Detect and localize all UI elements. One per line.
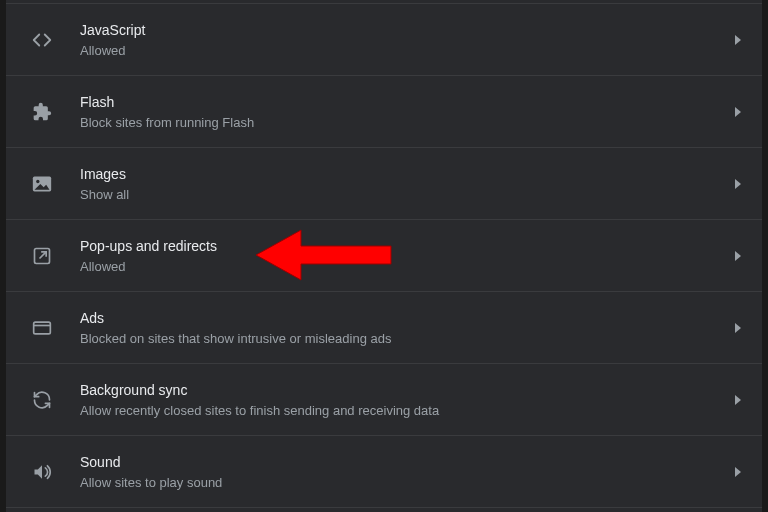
row-subtitle: Show all xyxy=(80,186,734,204)
svg-marker-13 xyxy=(735,467,741,477)
settings-row-images[interactable]: Images Show all xyxy=(6,148,762,220)
row-subtitle: Block sites from running Flash xyxy=(80,114,734,132)
svg-line-7 xyxy=(40,251,47,258)
settings-row-sound[interactable]: Sound Allow sites to play sound xyxy=(6,436,762,508)
chevron-right-icon xyxy=(734,323,742,333)
row-title: Sound xyxy=(80,452,734,472)
popup-icon xyxy=(30,244,54,268)
svg-marker-12 xyxy=(735,395,741,405)
row-title: Flash xyxy=(80,92,734,112)
chevron-right-icon xyxy=(734,107,742,117)
settings-row-background-sync[interactable]: Background sync Allow recently closed si… xyxy=(6,364,762,436)
row-subtitle: Allowed xyxy=(80,258,734,276)
svg-rect-9 xyxy=(34,322,51,334)
code-icon xyxy=(30,28,54,52)
svg-point-3 xyxy=(36,179,39,182)
row-title: Images xyxy=(80,164,734,184)
row-subtitle: Allow sites to play sound xyxy=(80,474,734,492)
svg-marker-1 xyxy=(735,107,741,117)
chevron-right-icon xyxy=(734,467,742,477)
row-subtitle: Blocked on sites that show intrusive or … xyxy=(80,330,734,348)
settings-row-popups[interactable]: Pop-ups and redirects Allowed xyxy=(6,220,762,292)
row-title: JavaScript xyxy=(80,20,734,40)
sync-icon xyxy=(30,388,54,412)
chevron-right-icon xyxy=(734,395,742,405)
settings-row-text: Background sync Allow recently closed si… xyxy=(80,380,734,420)
row-title: Ads xyxy=(80,308,734,328)
settings-row-text: Sound Allow sites to play sound xyxy=(80,452,734,492)
chevron-right-icon xyxy=(734,35,742,45)
settings-row-flash[interactable]: Flash Block sites from running Flash xyxy=(6,76,762,148)
settings-row-ads[interactable]: Ads Blocked on sites that show intrusive… xyxy=(6,292,762,364)
row-subtitle: Allowed xyxy=(80,42,734,60)
row-subtitle: Allow recently closed sites to finish se… xyxy=(80,402,734,420)
settings-row-text: Images Show all xyxy=(80,164,734,204)
svg-marker-8 xyxy=(735,251,741,261)
sound-icon xyxy=(30,460,54,484)
puzzle-icon xyxy=(30,100,54,124)
settings-row-text: Pop-ups and redirects Allowed xyxy=(80,236,734,276)
ad-box-icon xyxy=(30,316,54,340)
chevron-right-icon xyxy=(734,179,742,189)
settings-row-text: Ads Blocked on sites that show intrusive… xyxy=(80,308,734,348)
row-title: Pop-ups and redirects xyxy=(80,236,734,256)
svg-marker-5 xyxy=(735,179,741,189)
settings-row-text: JavaScript Allowed xyxy=(80,20,734,60)
svg-marker-0 xyxy=(735,35,741,45)
chevron-right-icon xyxy=(734,251,742,261)
settings-row-text: Flash Block sites from running Flash xyxy=(80,92,734,132)
image-icon xyxy=(30,172,54,196)
settings-row-javascript[interactable]: JavaScript Allowed xyxy=(6,4,762,76)
svg-marker-11 xyxy=(735,323,741,333)
row-title: Background sync xyxy=(80,380,734,400)
